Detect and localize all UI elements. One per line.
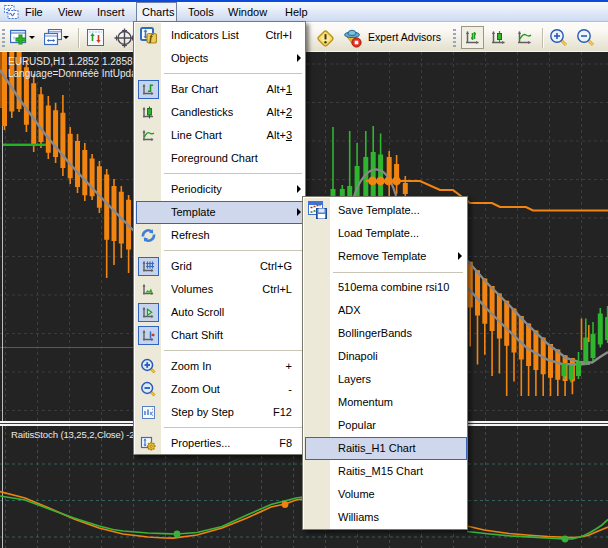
svg-text:Language=Donnééè IntUpdat: Language=Donnééè IntUpdat bbox=[8, 68, 140, 79]
svg-text:EURUSD,H1 1.2852 1.2858 1: EURUSD,H1 1.2852 1.2858 1 bbox=[8, 56, 141, 67]
svg-text:RaitisStoch (13,25,2,Close) -2: RaitisStoch (13,25,2,Close) -2 bbox=[11, 429, 134, 440]
